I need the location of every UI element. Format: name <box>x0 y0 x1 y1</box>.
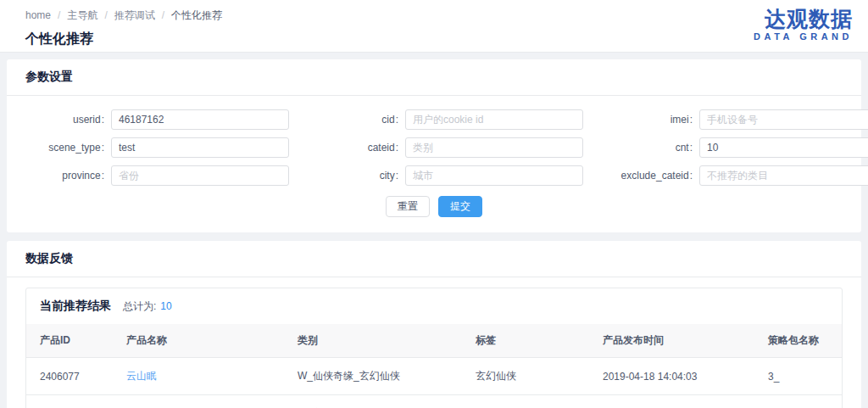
cell-product-id: 2406077 <box>26 358 113 395</box>
feedback-panel-title: 数据反馈 <box>7 241 861 277</box>
datagrand-logo: 达观数据 DATA GRAND <box>754 7 853 42</box>
field-cid-label: cid <box>309 114 405 126</box>
feedback-panel-body: 当前推荐结果 总计为: 10 产品ID 产品名称 类别 标签 产品发布时间 策略… <box>7 277 861 408</box>
breadcrumb-item-home[interactable]: home <box>25 9 51 21</box>
col-header-tag: 标签 <box>462 324 589 358</box>
col-header-category: 类别 <box>284 324 462 358</box>
field-scene-type-label: scene_type <box>15 142 111 154</box>
logo-cn-text: 达观数据 <box>754 7 853 31</box>
cell-category: W_仙侠奇缘_玄幻仙侠 <box>284 358 462 395</box>
field-city: city <box>309 165 583 186</box>
col-header-product-name: 产品名称 <box>113 324 284 358</box>
field-userid: userid <box>15 109 289 130</box>
page-title: 个性化推荐 <box>25 31 854 48</box>
params-panel-title: 参数设置 <box>7 59 861 96</box>
field-imei-input[interactable] <box>699 109 868 130</box>
results-table: 产品ID 产品名称 类别 标签 产品发布时间 策略包名称 2406077 云山眠… <box>26 324 842 408</box>
logo-en-text: DATA GRAND <box>754 31 853 42</box>
field-exclude-cateid-label: exclude_cateid <box>604 170 699 182</box>
field-imei-label: imei <box>604 114 699 126</box>
field-scene-type: scene_type <box>15 137 289 158</box>
top-header: home/主导航/推荐调试/个性化推荐 个性化推荐 达观数据 DATA GRAN… <box>0 0 868 53</box>
field-city-label: city <box>309 170 405 182</box>
cell-strategy: 3_ <box>754 395 842 408</box>
col-header-product-id: 产品ID <box>26 324 113 358</box>
field-cateid-input[interactable] <box>405 137 583 158</box>
field-exclude-cateid-input[interactable] <box>699 165 868 186</box>
field-cnt-input[interactable] <box>699 137 868 158</box>
cell-strategy: 3_ <box>754 358 842 395</box>
field-cateid-label: cateid <box>309 142 405 154</box>
cell-tag: 异世大陆 <box>462 395 589 408</box>
breadcrumb-item-personalized: 个性化推荐 <box>171 9 222 21</box>
feedback-panel: 数据反馈 当前推荐结果 总计为: 10 产品ID 产品名称 类别 标签 产 <box>7 241 861 408</box>
field-city-input[interactable] <box>405 165 583 186</box>
field-exclude-cateid: exclude_cateid <box>604 165 868 186</box>
table-row: 2406077 云山眠 W_仙侠奇缘_玄幻仙侠 玄幻仙侠 2019-04-18 … <box>26 358 842 395</box>
result-box: 当前推荐结果 总计为: 10 产品ID 产品名称 类别 标签 产品发布时间 策略… <box>25 288 843 408</box>
field-cnt-label: cnt <box>604 142 699 154</box>
field-cid-input[interactable] <box>405 109 583 130</box>
submit-button[interactable]: 提交 <box>438 196 482 217</box>
cell-product-id: 2402430 <box>26 395 113 408</box>
cell-tag: 玄幻仙侠 <box>462 358 589 395</box>
field-scene-type-input[interactable] <box>111 137 289 158</box>
product-name-link[interactable]: 云山眠 <box>126 370 157 382</box>
result-box-header: 当前推荐结果 总计为: 10 <box>26 288 842 324</box>
result-total-value: 10 <box>160 300 171 312</box>
breadcrumb-item-recommend-debug[interactable]: 推荐调试 <box>114 9 155 21</box>
field-province: province <box>15 165 289 186</box>
breadcrumb-item-main-nav[interactable]: 主导航 <box>67 9 97 21</box>
table-row: 2402430 土匪娘子 W_玄幻_异世大陆 异世大陆 2019-03-22 1… <box>26 395 842 408</box>
cell-publish-time: 2019-03-22 17:07:56 <box>589 395 754 408</box>
field-cateid: cateid <box>309 137 583 158</box>
result-box-title: 当前推荐结果 <box>40 299 111 314</box>
cell-publish-time: 2019-04-18 14:04:03 <box>589 358 754 395</box>
field-imei: imei <box>604 109 868 130</box>
params-form: userid cid imei scene_type cateid cnt pr… <box>7 96 861 191</box>
field-userid-label: userid <box>15 114 111 126</box>
reset-button[interactable]: 重置 <box>386 196 430 217</box>
field-province-input[interactable] <box>111 165 289 186</box>
field-cid: cid <box>309 109 583 130</box>
breadcrumb-separator: / <box>162 9 164 21</box>
field-userid-input[interactable] <box>111 109 289 130</box>
breadcrumb-separator: / <box>104 9 107 21</box>
result-total-label: 总计为: <box>123 299 156 314</box>
breadcrumb: home/主导航/推荐调试/个性化推荐 <box>25 8 854 23</box>
field-province-label: province <box>15 170 111 182</box>
cell-category: W_玄幻_异世大陆 <box>284 395 462 408</box>
table-header-row: 产品ID 产品名称 类别 标签 产品发布时间 策略包名称 <box>26 324 842 358</box>
params-panel: 参数设置 userid cid imei scene_type cateid c… <box>7 59 861 232</box>
col-header-strategy: 策略包名称 <box>754 324 842 358</box>
col-header-publish-time: 产品发布时间 <box>589 324 754 358</box>
breadcrumb-separator: / <box>58 9 60 21</box>
field-cnt: cnt <box>604 137 868 158</box>
form-buttons: 重置提交 <box>7 191 861 232</box>
